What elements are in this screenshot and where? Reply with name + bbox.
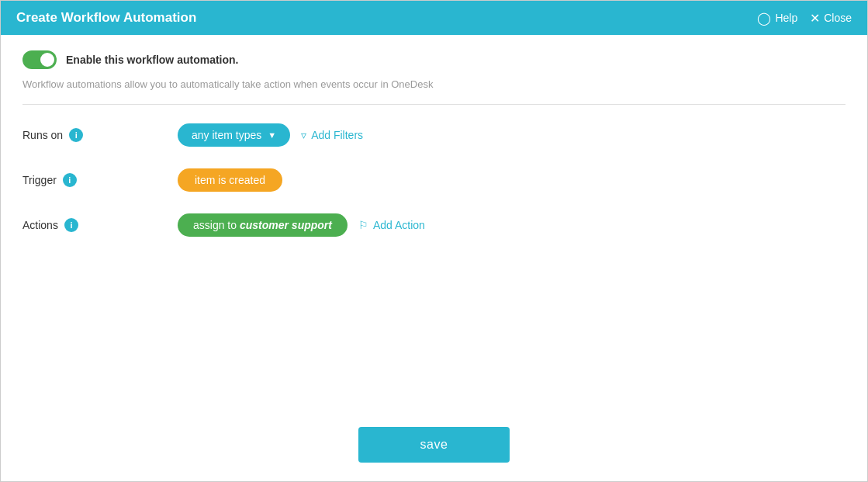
help-icon: ◯ — [757, 11, 771, 26]
close-label: Close — [824, 12, 852, 24]
actions-info-icon[interactable]: i — [64, 218, 78, 232]
actions-row: Actions i assign to customer support ⚐ A… — [22, 213, 846, 237]
close-button[interactable]: ✕ Close — [810, 11, 852, 26]
runs-on-info-icon[interactable]: i — [69, 128, 83, 142]
trigger-row: Trigger i item is created — [22, 168, 846, 192]
header-actions: ◯ Help ✕ Close — [757, 11, 852, 26]
actions-controls: assign to customer support ⚐ Add Action — [178, 213, 425, 237]
help-button[interactable]: ◯ Help — [757, 11, 797, 26]
actions-label: Actions — [22, 219, 58, 231]
help-label: Help — [775, 12, 797, 24]
trigger-label: Trigger — [22, 174, 57, 186]
enable-row: Enable this workflow automation. — [22, 50, 846, 69]
runs-on-label-container: Runs on i — [22, 128, 178, 142]
action-pill[interactable]: assign to customer support — [178, 213, 348, 237]
footer-area: save — [1, 414, 867, 481]
trigger-label-container: Trigger i — [22, 173, 178, 187]
add-filters-label: Add Filters — [311, 129, 363, 141]
divider — [22, 104, 846, 105]
trigger-pill-label: item is created — [195, 174, 265, 186]
actions-label-container: Actions i — [22, 218, 178, 232]
runs-on-row: Runs on i any item types ▼ ▿ Add Filters — [22, 123, 846, 147]
action-assign-label: assign to — [193, 219, 240, 231]
modal-body: Enable this workflow automation. Workflo… — [1, 35, 867, 414]
trigger-pill[interactable]: item is created — [178, 168, 282, 192]
enable-toggle[interactable] — [22, 50, 57, 69]
runs-on-label: Runs on — [22, 129, 63, 141]
modal-header: Create Workflow Automation ◯ Help ✕ Clos… — [1, 1, 867, 35]
item-types-dropdown[interactable]: any item types ▼ — [178, 123, 290, 147]
save-button[interactable]: save — [358, 427, 510, 463]
add-action-button[interactable]: ⚐ Add Action — [358, 219, 425, 231]
item-types-label: any item types — [192, 129, 261, 141]
add-action-label: Add Action — [373, 219, 425, 231]
add-filters-button[interactable]: ▿ Add Filters — [301, 129, 363, 141]
close-icon: ✕ — [810, 11, 820, 26]
filter-icon: ▿ — [301, 129, 306, 141]
description-text: Workflow automations allow you to automa… — [22, 78, 846, 90]
flag-icon: ⚐ — [358, 219, 368, 231]
chevron-down-icon: ▼ — [268, 130, 276, 140]
modal-container: Create Workflow Automation ◯ Help ✕ Clos… — [0, 0, 868, 482]
toggle-slider — [22, 50, 57, 69]
modal-title: Create Workflow Automation — [16, 10, 196, 26]
trigger-controls: item is created — [178, 168, 282, 192]
enable-label: Enable this workflow automation. — [66, 54, 238, 66]
action-target-label: customer support — [240, 219, 332, 231]
fields-area: Runs on i any item types ▼ ▿ Add Filters — [22, 123, 846, 399]
action-pill-text: assign to customer support — [193, 219, 332, 231]
runs-on-controls: any item types ▼ ▿ Add Filters — [178, 123, 363, 147]
trigger-info-icon[interactable]: i — [63, 173, 77, 187]
